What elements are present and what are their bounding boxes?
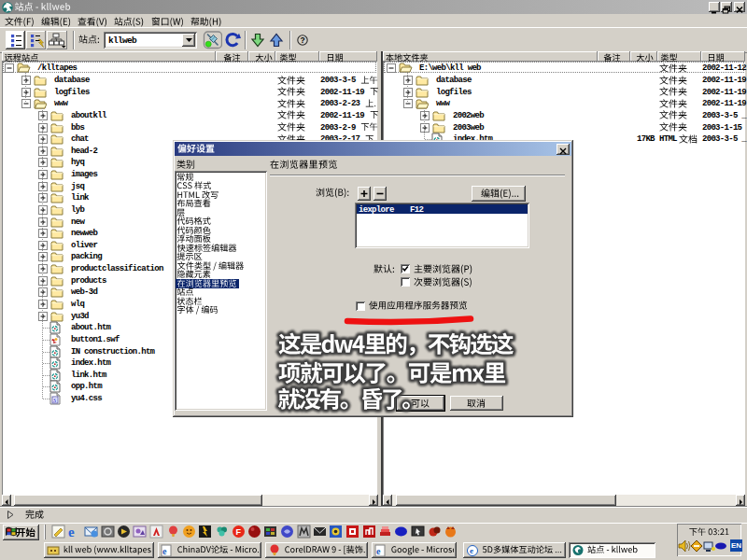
svg-text:e: e	[376, 546, 381, 556]
svg-text:e: e	[162, 546, 167, 556]
svg-text:e: e	[68, 525, 75, 539]
svg-text:e: e	[470, 546, 473, 555]
svg-text:?: ?	[301, 35, 305, 45]
svg-text:F: F	[236, 527, 242, 537]
